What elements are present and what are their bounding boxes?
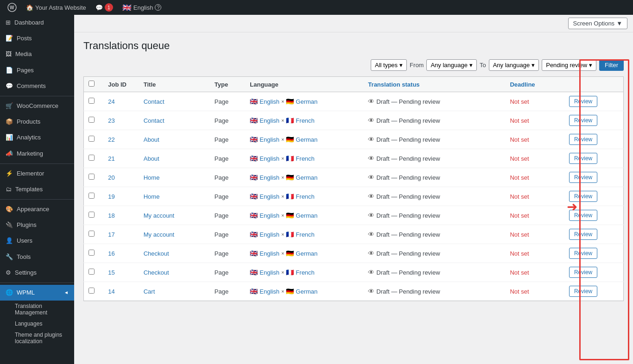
site-name-item[interactable]: 🏠 Your Astra Website [22, 0, 90, 15]
row-checkbox-14[interactable] [89, 288, 95, 294]
sidebar-sub-theme-plugins[interactable]: Theme and plugins localization [0, 329, 74, 347]
sidebar-item-posts[interactable]: 📝 Posts [0, 31, 74, 46]
review-button-21[interactable]: Review [569, 153, 597, 164]
sidebar-item-pages[interactable]: 📄 Pages [0, 63, 74, 78]
job-id-link-15[interactable]: 15 [108, 269, 114, 276]
row-checkbox-17[interactable] [89, 231, 95, 237]
title-link-24[interactable]: Contact [144, 98, 165, 105]
language-label: English [133, 4, 153, 11]
from-language-select[interactable]: Any language ▾ [426, 59, 477, 71]
status-text: Draft — Pending review [376, 193, 440, 200]
status-select[interactable]: Pending review ▾ [542, 59, 596, 71]
job-id-link-20[interactable]: 20 [108, 174, 114, 181]
sidebar-item-wpml[interactable]: 🌐 WPML ◄ [0, 285, 74, 301]
job-id-link-14[interactable]: 14 [108, 288, 114, 295]
sidebar-item-media[interactable]: 🖼 Media [0, 46, 74, 62]
review-button-14[interactable]: Review [569, 286, 597, 297]
sidebar-separator-3 [0, 199, 74, 200]
review-button-22[interactable]: Review [569, 134, 597, 145]
review-button-17[interactable]: Review [569, 229, 597, 240]
to-flag-icon: 🇩🇪 [286, 136, 294, 143]
job-id-link-21[interactable]: 21 [108, 155, 114, 162]
status-text: Draft — Pending review [376, 136, 440, 143]
review-button-15[interactable]: Review [569, 267, 597, 278]
select-all-checkbox[interactable] [89, 81, 95, 87]
job-id-link-16[interactable]: 16 [108, 250, 114, 257]
to-flag-icon: 🇩🇪 [286, 250, 294, 257]
action-cell: Review [564, 168, 624, 187]
to-language-select[interactable]: Any language ▾ [489, 59, 539, 71]
sidebar-item-templates[interactable]: 🗂 Templates [0, 182, 74, 197]
from-lang: English [260, 288, 279, 295]
status-text: Draft — Pending review [376, 269, 440, 276]
deadline-value: Not set [510, 193, 529, 200]
wpml-icon: 🌐 [6, 289, 13, 297]
to-flag-icon: 🇩🇪 [286, 288, 294, 295]
sidebar-item-woocommerce[interactable]: 🛒 WooCommerce [0, 98, 74, 114]
lang-arrow-icon: × [281, 156, 284, 161]
sidebar-label-media: Media [15, 50, 32, 58]
row-checkbox-20[interactable] [89, 174, 95, 180]
job-id-link-23[interactable]: 23 [108, 117, 114, 124]
sidebar-item-tools[interactable]: 🔧 Tools [0, 249, 74, 265]
row-checkbox-19[interactable] [89, 193, 95, 199]
title-link-23[interactable]: Contact [144, 117, 165, 124]
sidebar-item-analytics[interactable]: 📊 Analytics [0, 130, 74, 145]
wp-logo-item[interactable]: W [4, 0, 20, 15]
sidebar-sub-translation-management[interactable]: Translation Management [0, 301, 74, 318]
screen-options-button[interactable]: Screen Options ▼ [568, 18, 627, 29]
title-link-22[interactable]: About [144, 136, 159, 143]
title-link-15[interactable]: Checkout [144, 269, 169, 276]
title-link-16[interactable]: Checkout [144, 250, 169, 257]
sidebar-item-plugins[interactable]: 🔌 Plugins [0, 217, 74, 233]
row-checkbox-18[interactable] [89, 212, 95, 218]
job-id-cell: 14 [103, 282, 139, 301]
theme-plugins-label: Theme and plugins localization [15, 332, 62, 345]
sidebar-item-appearance[interactable]: 🎨 Appearance [0, 201, 74, 217]
title-link-20[interactable]: Home [144, 174, 160, 181]
notifications-item[interactable]: 💬 1 [92, 0, 117, 15]
to-lang: German [296, 174, 317, 181]
review-button-23[interactable]: Review [569, 115, 597, 126]
job-id-link-17[interactable]: 17 [108, 231, 114, 238]
sidebar-item-products[interactable]: 📦 Products [0, 114, 74, 130]
col-header-deadline[interactable]: Deadline [505, 77, 564, 92]
sidebar-item-settings[interactable]: ⚙ Settings [0, 265, 74, 281]
review-button-16[interactable]: Review [569, 248, 597, 259]
title-link-21[interactable]: About [144, 155, 159, 162]
sidebar-item-marketing[interactable]: 📣 Marketing [0, 146, 74, 162]
review-button-20[interactable]: Review [569, 172, 597, 183]
table-row: 16 Checkout Page 🇬🇧 English × 🇩🇪 German … [84, 244, 624, 263]
job-id-link-18[interactable]: 18 [108, 212, 114, 219]
job-id-link-24[interactable]: 24 [108, 98, 114, 105]
language-item[interactable]: 🇬🇧 English ? [119, 0, 165, 15]
review-button-19[interactable]: Review [569, 191, 597, 202]
all-types-select[interactable]: All types ▾ [371, 59, 407, 71]
title-link-19[interactable]: Home [144, 193, 160, 200]
title-link-17[interactable]: My account [144, 231, 174, 238]
table-row: 24 Contact Page 🇬🇧 English × 🇩🇪 German 👁… [84, 92, 624, 111]
settings-icon: ⚙ [6, 269, 11, 277]
sidebar-item-users[interactable]: 👤 Users [0, 233, 74, 249]
job-id-link-19[interactable]: 19 [108, 193, 114, 200]
sidebar-item-comments[interactable]: 💬 Comments [0, 78, 74, 94]
sidebar-sub-languages[interactable]: Languages [0, 318, 74, 329]
table-row: 23 Contact Page 🇬🇧 English × 🇫🇷 French 👁… [84, 111, 624, 130]
review-button-18[interactable]: Review [569, 210, 597, 221]
row-checkbox-16[interactable] [89, 250, 95, 256]
review-button-24[interactable]: Review [569, 96, 597, 107]
job-id-link-22[interactable]: 22 [108, 136, 114, 143]
row-checkbox-23[interactable] [89, 117, 95, 123]
title-link-18[interactable]: My account [144, 212, 174, 219]
row-checkbox-15[interactable] [89, 269, 95, 275]
col-header-status[interactable]: Translation status [363, 77, 505, 92]
row-checkbox-22[interactable] [89, 136, 95, 142]
type-cell: Page [210, 130, 246, 149]
sidebar-item-dashboard[interactable]: ⊞ Dashboard [0, 15, 74, 31]
job-id-cell: 23 [103, 111, 139, 130]
sidebar-item-elementor[interactable]: ⚡ Elementor [0, 166, 74, 182]
row-checkbox-24[interactable] [89, 98, 95, 104]
row-checkbox-21[interactable] [89, 155, 95, 161]
filter-button[interactable]: Filter [599, 59, 624, 71]
title-link-14[interactable]: Cart [144, 288, 155, 295]
